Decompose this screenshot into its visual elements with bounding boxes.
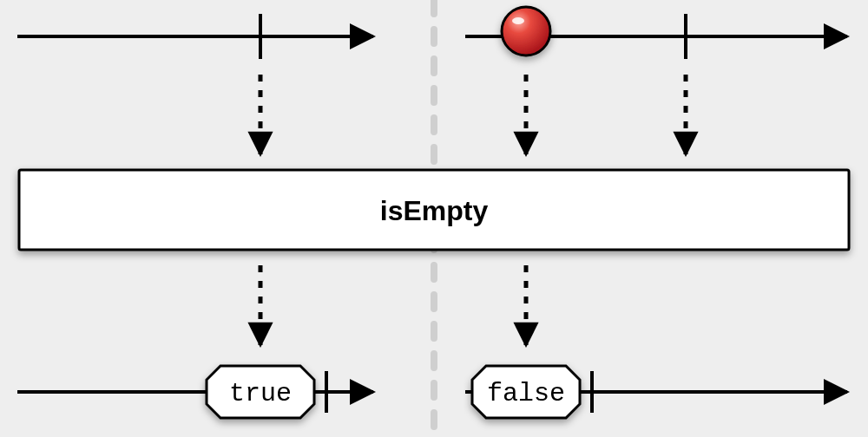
value-label: false: [487, 379, 565, 408]
source-timeline-empty: [17, 14, 373, 59]
isempty-marble-diagram: isEmpty true false: [0, 0, 868, 437]
svg-point-2: [502, 7, 550, 55]
value-false: false: [472, 366, 580, 418]
operator-box: isEmpty: [19, 170, 849, 250]
value-true: true: [207, 366, 314, 418]
svg-point-3: [512, 17, 524, 24]
output-timeline-left: true: [17, 366, 373, 418]
value-label: true: [229, 379, 292, 408]
source-timeline-nonempty: [465, 7, 847, 59]
operator-label: isEmpty: [380, 195, 489, 226]
marble-red: [502, 7, 550, 55]
output-timeline-right: false: [465, 366, 847, 418]
